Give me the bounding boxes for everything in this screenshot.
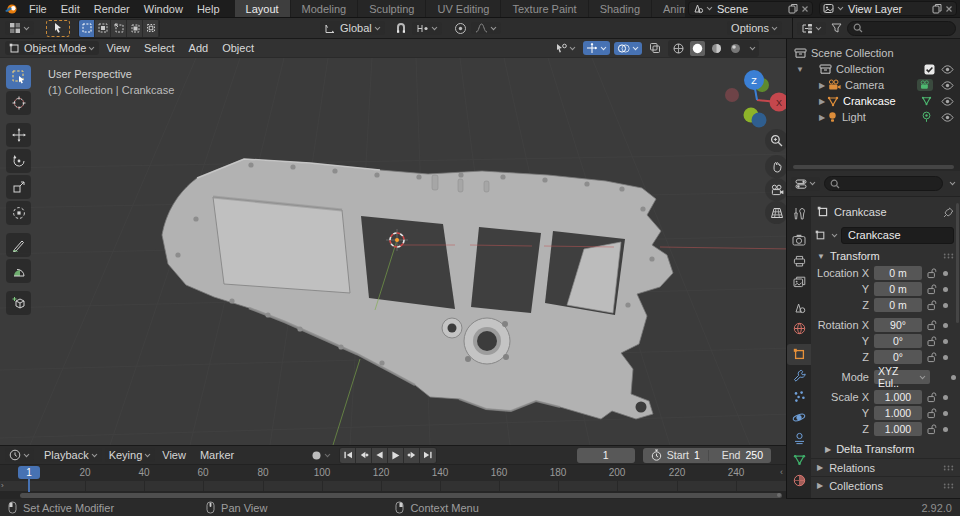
playhead[interactable]: 1: [18, 466, 40, 479]
grip-icon[interactable]: [943, 483, 954, 489]
camera-data-icon[interactable]: [917, 79, 933, 91]
options-dropdown[interactable]: Options: [727, 21, 782, 35]
lock-open-icon[interactable]: [924, 300, 940, 311]
lock-open-icon[interactable]: [924, 284, 940, 295]
select-mode-intersect[interactable]: [143, 20, 159, 37]
chevron-down-icon[interactable]: [831, 233, 838, 238]
tool-measure[interactable]: [6, 259, 31, 283]
tool-select-box[interactable]: [6, 65, 31, 89]
location-z-field[interactable]: 0 m: [874, 298, 922, 312]
blender-logo-icon[interactable]: [0, 0, 22, 17]
outliner-search-input[interactable]: [863, 23, 950, 34]
item-label[interactable]: Scene Collection: [811, 47, 954, 59]
xray-toggle[interactable]: [646, 41, 664, 55]
marker-menu[interactable]: Marker: [193, 449, 241, 461]
outliner-scrollbar[interactable]: [793, 165, 954, 169]
grip-icon[interactable]: [943, 253, 954, 259]
pan-hand-button[interactable]: [765, 155, 786, 178]
menu-object[interactable]: Object: [215, 42, 261, 54]
checkbox-icon[interactable]: [924, 64, 935, 75]
scene-selector[interactable]: Scene: [688, 1, 813, 16]
record-icon[interactable]: [311, 450, 322, 461]
animate-dot[interactable]: [943, 303, 948, 308]
location-y-field[interactable]: 0 m: [874, 282, 922, 296]
lock-open-icon[interactable]: [924, 268, 940, 279]
eye-icon[interactable]: [941, 97, 954, 106]
overlays-toggle[interactable]: [614, 42, 642, 55]
tab-particles[interactable]: [787, 386, 811, 407]
tool-annotate[interactable]: [6, 233, 31, 257]
workspace-tab-sculpting[interactable]: Sculpting: [358, 0, 426, 17]
eye-icon[interactable]: [941, 113, 954, 122]
properties-editor-type-button[interactable]: [791, 177, 820, 191]
viewport-3d[interactable]: User Perspective (1) Collection | Crankc…: [0, 58, 786, 445]
lock-open-icon[interactable]: [924, 392, 940, 403]
menu-add[interactable]: Add: [182, 42, 216, 54]
location-x-field[interactable]: 0 m: [874, 266, 922, 280]
item-label[interactable]: Collection: [836, 63, 924, 75]
menu-window[interactable]: Window: [137, 0, 190, 17]
select-mode-new[interactable]: [95, 20, 111, 37]
timeline-editor-type-button[interactable]: [5, 448, 34, 462]
chevron-down-icon[interactable]: [324, 453, 331, 458]
lock-open-icon[interactable]: [924, 352, 940, 363]
workspace-tab-shading[interactable]: Shading: [589, 0, 652, 17]
close-icon[interactable]: [801, 5, 809, 13]
close-icon[interactable]: [945, 5, 953, 13]
light-data-icon[interactable]: [921, 111, 932, 123]
menu-file[interactable]: File: [22, 0, 54, 17]
select-mode-subtract[interactable]: [127, 20, 143, 37]
relations-panel[interactable]: ▶ Relations: [811, 458, 960, 476]
tab-constraints[interactable]: [787, 428, 811, 449]
view-layer-selector[interactable]: View Layer: [819, 1, 957, 16]
tab-output[interactable]: [787, 250, 811, 271]
animate-dot[interactable]: [951, 375, 956, 380]
tool-add-cube[interactable]: [6, 291, 31, 315]
eye-icon[interactable]: [941, 65, 954, 74]
tab-render[interactable]: [787, 229, 811, 250]
mesh-data-icon[interactable]: [921, 96, 932, 106]
copy-icon[interactable]: [788, 3, 798, 14]
rotation-x-field[interactable]: 90°: [874, 318, 922, 332]
next-keyframe-button[interactable]: [404, 448, 420, 463]
rotation-y-field[interactable]: 0°: [874, 334, 922, 348]
outliner-row-light[interactable]: ▶ Light: [787, 109, 960, 125]
animate-dot[interactable]: [943, 323, 948, 328]
mode-dropdown[interactable]: Object Mode: [5, 41, 99, 55]
outliner-search[interactable]: [847, 21, 956, 36]
channel-expand-arrow[interactable]: ›: [1, 481, 4, 490]
tab-world[interactable]: [787, 318, 811, 339]
tool-transform[interactable]: [6, 201, 31, 225]
proportional-editing-icon[interactable]: [454, 22, 467, 35]
play-button[interactable]: [388, 448, 404, 463]
outliner-row-camera[interactable]: ▶ Camera: [787, 77, 960, 93]
menu-edit[interactable]: Edit: [54, 0, 87, 17]
workspace-tab-texture-paint[interactable]: Texture Paint: [501, 0, 588, 17]
region-collapse-arrow[interactable]: ‹: [780, 467, 783, 477]
orthographic-toggle-button[interactable]: [765, 201, 786, 224]
animate-dot[interactable]: [943, 339, 948, 344]
rotation-mode-dropdown[interactable]: XYZ Eul..: [874, 370, 930, 384]
outliner-row-scene-collection[interactable]: Scene Collection: [787, 45, 960, 61]
tab-object[interactable]: [787, 344, 811, 365]
properties-scrollbar[interactable]: [956, 203, 959, 323]
workspace-tab-layout[interactable]: Layout: [235, 0, 291, 17]
tab-material[interactable]: [787, 470, 811, 491]
shading-solid[interactable]: [690, 41, 705, 56]
disclosure-triangle-icon[interactable]: ▶: [817, 97, 827, 106]
item-label[interactable]: Crankcase: [843, 95, 921, 107]
animate-dot[interactable]: [943, 287, 948, 292]
gizmo-toggle[interactable]: [583, 41, 610, 55]
snap-magnet-icon[interactable]: [395, 22, 407, 34]
lock-open-icon[interactable]: [924, 320, 940, 331]
transform-orientation-dropdown[interactable]: Global: [320, 21, 385, 35]
filter-funnel-icon[interactable]: [831, 23, 842, 33]
workspace-tab-modeling[interactable]: Modeling: [291, 0, 359, 17]
tab-scene[interactable]: [787, 297, 811, 318]
properties-search-input[interactable]: [840, 178, 937, 189]
chevron-down-icon[interactable]: [749, 46, 756, 51]
tab-view-layer[interactable]: [787, 271, 811, 292]
tool-cursor[interactable]: [6, 91, 31, 115]
editor-type-button[interactable]: [5, 21, 34, 35]
lock-open-icon[interactable]: [924, 336, 940, 347]
